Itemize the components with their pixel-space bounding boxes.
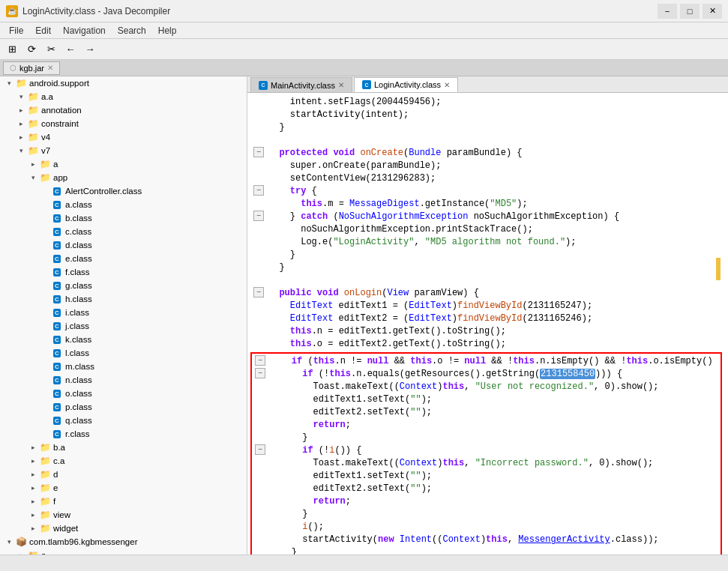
menu-search[interactable]: Search: [112, 24, 152, 37]
menu-navigation[interactable]: Navigation: [57, 24, 112, 37]
fold-button[interactable]: −: [253, 185, 264, 196]
expand-icon[interactable]: [39, 360, 51, 372]
menu-help[interactable]: Help: [152, 24, 183, 37]
tree-item[interactable]: ▾📁a.a: [0, 90, 247, 103]
code-line: − if (this.n != null && this.o != null &…: [252, 355, 721, 368]
expand-icon[interactable]: [39, 212, 51, 224]
tab-main-activity[interactable]: C MainActivity.class ✕: [250, 77, 352, 92]
tree-item[interactable]: ▸📁constraint: [0, 117, 247, 130]
tree-item[interactable]: Ch.class: [0, 292, 247, 306]
expand-icon[interactable]: ▸: [15, 549, 27, 555]
tree-item[interactable]: ▸📁e: [0, 481, 247, 495]
expand-icon[interactable]: ▸: [27, 441, 39, 453]
expand-icon[interactable]: [39, 374, 51, 386]
tree-item[interactable]: Cg.class: [0, 279, 247, 292]
expand-icon[interactable]: ▾: [3, 536, 15, 548]
menu-file[interactable]: File: [3, 24, 29, 37]
tree-item[interactable]: CAlertController.class: [0, 184, 247, 198]
code-editor[interactable]: intent.setFlags(2004459456); startActivi…: [247, 93, 728, 555]
tree-item[interactable]: ▾📁app: [0, 171, 247, 184]
expand-icon[interactable]: [39, 266, 51, 278]
toolbar-forward-button[interactable]: →: [81, 41, 99, 58]
expand-icon[interactable]: [39, 226, 51, 238]
expand-icon[interactable]: ▸: [27, 468, 39, 480]
expand-icon[interactable]: ▸: [27, 495, 39, 507]
expand-icon[interactable]: ▸: [27, 455, 39, 467]
toolbar-back-button[interactable]: ←: [61, 41, 79, 58]
tree-item[interactable]: ▸📁f: [0, 495, 247, 508]
fold-button[interactable]: −: [253, 211, 264, 221]
tree-item[interactable]: ▸📁a: [0, 157, 247, 171]
expand-icon[interactable]: [39, 185, 51, 197]
tree-item[interactable]: ▾📦com.tlamb96.kgbmessenger: [0, 535, 247, 549]
tree-item[interactable]: Cn.class: [0, 373, 247, 387]
fold-button[interactable]: −: [255, 368, 265, 378]
toolbar-sync-button[interactable]: ⟳: [22, 41, 40, 58]
expand-icon[interactable]: [39, 306, 51, 318]
tree-item[interactable]: ▸📁d: [0, 468, 247, 481]
tree-item[interactable]: Ca.class: [0, 198, 247, 211]
tab-login-close[interactable]: ✕: [444, 81, 450, 89]
tree-item[interactable]: ▸📁view: [0, 508, 247, 522]
tree-item[interactable]: ▸📁a: [0, 549, 247, 555]
fold-button[interactable]: −: [253, 147, 264, 157]
expand-icon[interactable]: [39, 280, 51, 291]
tree-item[interactable]: Cf.class: [0, 265, 247, 279]
expand-icon[interactable]: ▸: [27, 522, 39, 534]
expand-icon[interactable]: [39, 199, 51, 211]
tab-main-close[interactable]: ✕: [338, 81, 344, 89]
maximize-button[interactable]: □: [680, 4, 700, 19]
tree-item[interactable]: ▾📁v7: [0, 144, 247, 157]
expand-icon[interactable]: ▸: [15, 118, 27, 130]
expand-icon[interactable]: ▾: [15, 145, 27, 157]
tree-item[interactable]: Cc.class: [0, 225, 247, 238]
fold-button[interactable]: −: [253, 287, 264, 297]
tree-item[interactable]: Cd.class: [0, 238, 247, 252]
expand-icon[interactable]: ▾: [27, 172, 39, 184]
tree-item[interactable]: Cl.class: [0, 346, 247, 360]
tree-item[interactable]: ▸📁c.a: [0, 454, 247, 468]
expand-icon[interactable]: [39, 428, 51, 440]
expand-icon[interactable]: [39, 293, 51, 305]
tree-item[interactable]: ▸📁widget: [0, 522, 247, 535]
tree-item[interactable]: Ci.class: [0, 306, 247, 319]
tree-item[interactable]: Cq.class: [0, 414, 247, 427]
expand-icon[interactable]: [39, 253, 51, 265]
close-button[interactable]: ✕: [703, 4, 722, 19]
jar-tab[interactable]: ⬡ kgb.jar ✕: [3, 61, 60, 75]
tree-item[interactable]: Cr.class: [0, 427, 247, 441]
tree-item[interactable]: Co.class: [0, 387, 247, 400]
menu-edit[interactable]: Edit: [29, 24, 57, 37]
tab-login-activity[interactable]: C LoginActivity.class ✕: [354, 77, 458, 92]
expand-icon[interactable]: [39, 401, 51, 413]
expand-icon[interactable]: [39, 320, 51, 332]
tree-item[interactable]: ▸📁annotation: [0, 103, 247, 117]
tree-item[interactable]: Cm.class: [0, 360, 247, 373]
expand-icon[interactable]: [39, 414, 51, 426]
fold-button[interactable]: −: [255, 444, 265, 455]
tree-item[interactable]: ▸📁v4: [0, 130, 247, 144]
expand-icon[interactable]: [39, 239, 51, 251]
jar-tab-close[interactable]: ✕: [47, 64, 53, 72]
tree-item[interactable]: Cp.class: [0, 400, 247, 414]
tree-item[interactable]: Ce.class: [0, 252, 247, 265]
expand-icon[interactable]: ▾: [3, 77, 15, 89]
expand-icon[interactable]: ▸: [27, 482, 39, 494]
tree-item[interactable]: ▸📁b.a: [0, 441, 247, 454]
fold-button[interactable]: −: [255, 355, 265, 366]
expand-icon[interactable]: ▸: [15, 104, 27, 116]
expand-icon[interactable]: [39, 387, 51, 399]
expand-icon[interactable]: ▸: [27, 509, 39, 521]
expand-icon[interactable]: ▸: [15, 131, 27, 143]
expand-icon[interactable]: ▸: [27, 158, 39, 170]
tree-item[interactable]: Cb.class: [0, 211, 247, 225]
toolbar-open-button[interactable]: ⊞: [3, 41, 21, 58]
expand-icon[interactable]: ▾: [15, 91, 27, 103]
toolbar-cut-button[interactable]: ✂: [42, 41, 60, 58]
tree-item[interactable]: Ck.class: [0, 333, 247, 346]
expand-icon[interactable]: [39, 347, 51, 359]
tree-item[interactable]: Cj.class: [0, 319, 247, 333]
expand-icon[interactable]: [39, 333, 51, 345]
tree-item[interactable]: ▾📁android.support: [0, 76, 247, 90]
minimize-button[interactable]: −: [658, 4, 677, 19]
